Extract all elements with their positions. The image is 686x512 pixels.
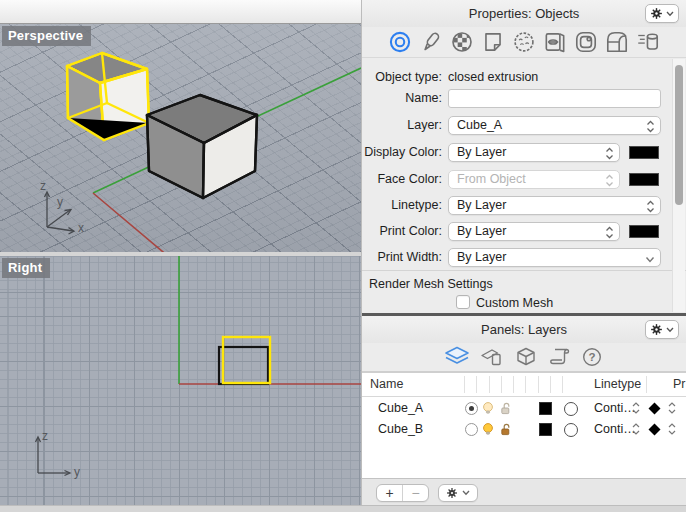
right-viewport[interactable]: z y Right (0, 256, 361, 505)
face-color-swatch (629, 173, 659, 186)
layer-material-circle[interactable] (562, 419, 579, 440)
properties-menu-button[interactable] (645, 4, 679, 23)
print-color-swatch[interactable] (629, 225, 659, 238)
displacement-icon (511, 29, 537, 55)
print-color-select[interactable]: By Layer (448, 222, 620, 241)
layers-menu-button[interactable] (645, 320, 679, 339)
print-width-combo[interactable]: By Layer (448, 248, 661, 267)
print-width-row: Print Width: By Layer (362, 247, 661, 267)
attribute-user-text-icon (635, 29, 661, 55)
axis-z-label: z (40, 179, 46, 193)
display-color-row: Display Color: By Layer (362, 142, 661, 162)
layers-panel-title: Panels: Layers (362, 322, 686, 337)
x-axis-line (93, 193, 169, 252)
tab-named-views[interactable] (479, 346, 505, 368)
tab-texture-mapping[interactable] (449, 29, 475, 55)
perspective-viewport-title[interactable]: Perspective (2, 26, 91, 46)
current-layer-radio[interactable] (464, 398, 478, 419)
tab-attribute-user-text[interactable] (635, 29, 661, 55)
layer-select[interactable]: Cube_A (448, 116, 661, 135)
remove-layer-button[interactable]: − (402, 485, 428, 501)
print-width-diamond[interactable] (648, 402, 661, 415)
chevron-down-icon (666, 327, 674, 333)
display-color-label: Display Color: (362, 145, 442, 159)
cube-b[interactable] (147, 95, 257, 198)
axis-y-label: y (57, 195, 63, 209)
layer-color-swatch[interactable] (539, 402, 552, 415)
tab-layers[interactable] (444, 346, 470, 368)
gear-icon (446, 487, 458, 499)
cube-b-side[interactable] (219, 347, 268, 384)
layer-row-cube-a[interactable]: Cube_A (362, 398, 686, 419)
print-width-stepper-icon[interactable] (668, 402, 676, 414)
tab-notes[interactable] (547, 346, 571, 368)
name-input[interactable] (448, 89, 661, 108)
tab-thickness[interactable] (604, 29, 630, 55)
display-color-swatch[interactable] (629, 146, 659, 159)
layer-row-cube-b[interactable]: Cube_B (362, 419, 686, 440)
chevron-down-icon (462, 490, 470, 496)
layer-name[interactable]: Cube_B (378, 422, 423, 436)
layer-label: Layer: (362, 118, 442, 132)
current-layer-radio[interactable] (464, 419, 478, 440)
perspective-viewport[interactable]: z y x Perspective (0, 24, 361, 252)
tab-blocks[interactable] (514, 346, 538, 368)
tab-shutlining[interactable] (573, 29, 599, 55)
right-viewport-title[interactable]: Right (2, 258, 50, 278)
layers-table: Name Linetype Pr Cube_A (362, 372, 686, 478)
axis-z-label: z (42, 429, 48, 443)
texture-mapping-icon (449, 29, 475, 55)
layer-name[interactable]: Cube_A (378, 401, 423, 415)
print-width-diamond[interactable] (648, 423, 661, 436)
layer-lock-icon[interactable] (498, 419, 513, 440)
tab-displacement[interactable] (511, 29, 537, 55)
face-color-label: Face Color: (362, 172, 442, 186)
stepper-icon (605, 174, 614, 187)
edge-softening-icon (542, 29, 568, 55)
axis-x-label: x (78, 221, 84, 235)
tab-edge-softening[interactable] (542, 29, 568, 55)
linetype-stepper-icon[interactable] (632, 402, 640, 414)
stepper-icon (605, 226, 614, 239)
layer-on-bulb-icon[interactable] (480, 419, 495, 440)
render-mesh-section-label: Render Mesh Settings (369, 277, 493, 291)
layer-on-bulb-icon[interactable] (480, 398, 495, 419)
decal-icon (480, 29, 506, 55)
layer-lock-icon[interactable] (498, 398, 513, 419)
scrollbar-thumb[interactable] (675, 65, 683, 205)
column-linetype[interactable]: Linetype (594, 377, 641, 391)
layers-tab-strip: ? (362, 343, 686, 372)
object-icon (387, 29, 413, 55)
layer-linetype-value[interactable]: Conti… (594, 422, 632, 436)
linetype-stepper-icon[interactable] (632, 423, 640, 435)
layer-linetype-value[interactable]: Conti… (594, 401, 632, 415)
tab-object-properties[interactable] (387, 29, 413, 55)
properties-tab-strip (362, 27, 686, 58)
layer-material-circle[interactable] (562, 398, 579, 419)
display-color-select[interactable]: By Layer (448, 143, 620, 162)
object-type-value: closed extrusion (448, 70, 538, 84)
tab-material[interactable] (418, 29, 444, 55)
stepper-icon (646, 120, 655, 133)
cube-a-side-selected[interactable] (223, 337, 270, 383)
column-print-width[interactable]: Pr (673, 377, 686, 391)
chevron-down-icon (645, 253, 655, 266)
face-color-row: Face Color: From Object (362, 169, 661, 189)
print-width-stepper-icon[interactable] (668, 423, 676, 435)
properties-scrollbar[interactable] (672, 59, 685, 312)
linetype-select[interactable]: By Layer (448, 196, 661, 215)
column-name[interactable]: Name (370, 377, 403, 391)
cube-a-selected[interactable] (67, 53, 149, 140)
print-color-label: Print Color: (362, 224, 442, 238)
tab-help[interactable]: ? (580, 346, 604, 368)
rhino-window: z y x Perspective (0, 0, 686, 512)
layer-color-swatch[interactable] (539, 423, 552, 436)
custom-mesh-checkbox[interactable] (456, 295, 470, 309)
properties-header: Properties: Objects (362, 0, 686, 27)
tab-decal[interactable] (480, 29, 506, 55)
layers-footer-menu-button[interactable] (438, 484, 478, 502)
inspector-panel: Properties: Objects (361, 0, 686, 505)
svg-text:?: ? (588, 351, 595, 363)
add-layer-button[interactable]: + (377, 485, 402, 501)
stepper-icon (646, 200, 655, 213)
